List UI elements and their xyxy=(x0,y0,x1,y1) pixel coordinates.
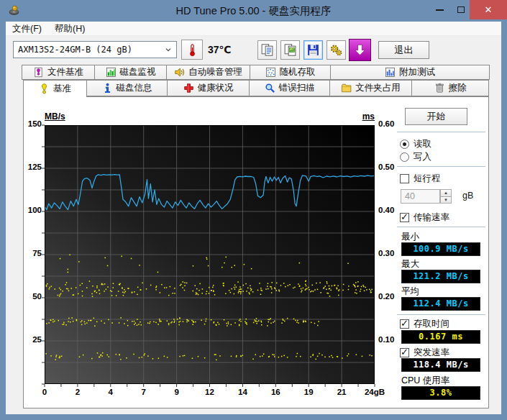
title-bar: HD Tune Pro 5.00 - 硬盘实用程序 ✕ xyxy=(0,0,507,22)
y-axis-left-tick: 75 xyxy=(24,249,42,257)
client-area: 文件(F) 帮助(H) AXM13S2-24GM-B (24 gB) 37℃ 退… xyxy=(6,22,501,414)
menu-bar: 文件(F) 帮助(H) xyxy=(6,22,501,36)
min-value: 100.9 MB/s xyxy=(401,242,480,256)
benchmark-icon xyxy=(39,83,50,94)
separator xyxy=(397,314,485,316)
minimize-button[interactable] xyxy=(429,0,450,19)
gear-icon xyxy=(329,43,343,57)
file-benchmark-icon xyxy=(33,67,44,78)
access-time-value: 0.167 ms xyxy=(401,330,480,344)
short-stroke-stepper[interactable]: ▲ ▼ xyxy=(440,189,452,204)
menu-file[interactable]: 文件(F) xyxy=(6,22,48,36)
copy-text-button[interactable] xyxy=(257,40,277,60)
x-axis-tick: 16 xyxy=(271,388,280,396)
x-axis-tick: 2 xyxy=(76,388,80,396)
y-axis-left-unit: MB/s xyxy=(45,111,65,122)
short-stroke-box[interactable] xyxy=(400,174,409,183)
tab-folder-usage[interactable]: 文件夹占用 xyxy=(329,80,412,96)
maximize-button[interactable] xyxy=(450,0,472,19)
radio-write-label: 写入 xyxy=(414,151,431,163)
chevron-down-icon xyxy=(163,45,173,55)
separator xyxy=(397,166,485,168)
access-time-label: 存取时间 xyxy=(414,318,449,330)
tab-erase[interactable]: 擦除 xyxy=(411,80,489,96)
x-axis-tick: 12 xyxy=(205,388,214,396)
y-axis-left-tick: 50 xyxy=(24,292,42,301)
tab-disk-info[interactable]: 磁盘信息 xyxy=(86,80,168,96)
tab-extra-tests[interactable]: 附加测试 xyxy=(330,65,490,80)
tab-label: 自动噪音管理 xyxy=(188,66,242,78)
avg-value: 112.4 MB/s xyxy=(401,297,480,311)
tab-label: 附加测试 xyxy=(399,66,435,78)
short-stroke-size-input[interactable]: 40 xyxy=(401,189,440,204)
tab-label: 磁盘监视 xyxy=(120,66,156,78)
x-axis-tick: 21 xyxy=(337,388,347,396)
x-axis-tick: 24gB xyxy=(365,388,385,396)
radio-read-label: 读取 xyxy=(414,138,431,150)
cpu-usage-label: CPU 使用率 xyxy=(401,375,449,387)
tab-label: 健康状况 xyxy=(198,82,234,94)
tab-label: 擦除 xyxy=(449,82,467,94)
tab-row-secondary: 文件基准 磁盘监视 自动噪音管理 随机存取 附加测试 xyxy=(22,65,490,80)
radio-write-indicator[interactable] xyxy=(400,152,409,162)
disk-monitor-icon xyxy=(106,67,117,78)
thermometer-icon xyxy=(186,43,199,57)
burst-rate-box[interactable] xyxy=(400,348,409,357)
tab-file-benchmark[interactable]: 文件基准 xyxy=(22,65,95,80)
stepper-down-icon[interactable]: ▼ xyxy=(440,196,452,204)
burst-rate-value: 118.4 MB/s xyxy=(401,358,480,372)
tab-label: 随机存取 xyxy=(280,66,316,78)
tab-label: 磁盘信息 xyxy=(117,82,152,94)
save-icon xyxy=(306,43,320,57)
y-axis-left-tick: 25 xyxy=(24,335,42,344)
tab-label: 文件基准 xyxy=(47,66,83,78)
options-button[interactable] xyxy=(326,40,346,60)
random-access-icon xyxy=(265,67,276,78)
y-axis-right-tick: 0.20 xyxy=(378,292,394,301)
save-button[interactable] xyxy=(303,40,323,60)
min-label: 最小 xyxy=(401,231,419,243)
minimize-icon xyxy=(436,9,444,11)
app-window: HD Tune Pro 5.00 - 硬盘实用程序 ✕ 文件(F) 帮助(H) … xyxy=(0,0,507,420)
start-button[interactable]: 开始 xyxy=(405,108,467,125)
close-button[interactable]: ✕ xyxy=(470,0,507,19)
y-axis-left-tick: 150 xyxy=(24,119,42,128)
tab-label: 基准 xyxy=(53,83,71,95)
x-axis-tick: 14 xyxy=(238,388,247,396)
exit-button[interactable]: 退出 xyxy=(378,41,429,59)
temperature-button[interactable] xyxy=(181,40,203,60)
transfer-rate-checkbox[interactable]: 传输速率 xyxy=(400,212,449,223)
transfer-rate-box[interactable] xyxy=(400,213,409,222)
tab-health[interactable]: 健康状况 xyxy=(167,80,250,96)
benchmark-panel: MB/s ms 1501251007550250.600.500.400.300… xyxy=(23,96,489,408)
avg-label: 平均 xyxy=(401,286,419,298)
copy-image-button[interactable] xyxy=(280,40,300,60)
tab-disk-monitor[interactable]: 磁盘监视 xyxy=(94,65,167,80)
tab-aam[interactable]: 自动噪音管理 xyxy=(166,65,250,80)
radio-write[interactable]: 写入 xyxy=(400,152,431,163)
radio-read-indicator[interactable] xyxy=(400,140,409,149)
burst-rate-label: 突发速率 xyxy=(414,347,449,359)
tab-error-scan[interactable]: 错误扫描 xyxy=(249,80,330,96)
access-time-box[interactable] xyxy=(400,319,409,329)
radio-read[interactable]: 读取 xyxy=(400,139,431,150)
y-axis-left-tick: 100 xyxy=(24,206,42,214)
transfer-rate-label: 传输速率 xyxy=(414,211,449,224)
extra-tests-icon xyxy=(385,67,396,78)
burst-rate-checkbox[interactable]: 突发速率 xyxy=(400,347,449,358)
tab-label: 错误扫描 xyxy=(279,82,315,94)
separator xyxy=(397,227,485,228)
trash-icon xyxy=(434,83,445,93)
close-icon: ✕ xyxy=(485,4,493,15)
tab-random-access[interactable]: 随机存取 xyxy=(250,65,331,80)
speaker-icon xyxy=(174,67,185,78)
tab-benchmark[interactable]: 基准 xyxy=(23,80,87,97)
y-axis-right-tick: 0.40 xyxy=(378,206,394,214)
short-stroke-checkbox[interactable]: 短行程 xyxy=(400,173,441,184)
x-axis-tick: 7 xyxy=(141,388,145,396)
drive-select[interactable]: AXM13S2-24GM-B (24 gB) xyxy=(13,41,177,58)
menu-help[interactable]: 帮助(H) xyxy=(48,22,91,36)
update-download-button[interactable] xyxy=(349,39,371,61)
access-time-checkbox[interactable]: 存取时间 xyxy=(400,319,449,329)
max-label: 最大 xyxy=(401,258,419,270)
